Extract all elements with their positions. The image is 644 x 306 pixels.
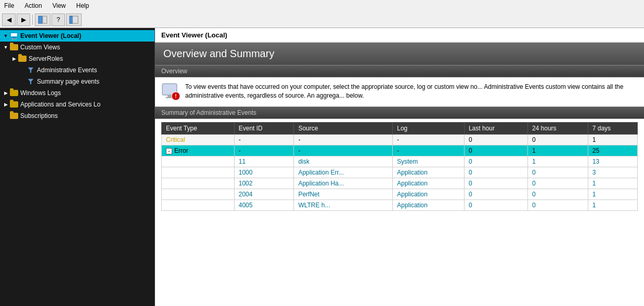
folder-icon-custom-views [9,43,19,51]
svg-rect-11 [163,85,176,93]
cell-id: - [234,145,294,156]
cell-last_hour: 0 [464,167,527,178]
svg-rect-7 [11,38,17,39]
table-row[interactable]: −Error---0125 [162,145,638,156]
root-label: Event Viewer (Local) [20,32,81,39]
summary-events-label: Summary page events [37,78,99,85]
menu-file[interactable]: File [2,1,16,10]
sidebar-item-admin-events[interactable]: Administrative Events [0,64,154,76]
help-button[interactable]: ? [51,14,65,26]
cell-hours_24: 0 [527,167,588,178]
content-title-bar: Overview and Summary [155,43,644,65]
col-last-hour: Last hour [464,123,527,135]
properties-button[interactable] [66,14,82,26]
sidebar-item-server-roles[interactable]: ▶ ServerRoles [0,53,154,64]
menu-view[interactable]: View [50,1,68,10]
svg-rect-5 [11,33,17,36]
menu-help[interactable]: Help [74,1,92,10]
cell-source: disk [294,156,393,167]
summary-label: Summary of Administrative Events [161,109,256,116]
overview-icon-container: ! [161,83,180,101]
cell-event-type [162,167,235,178]
content-header-label: Event Viewer (Local) [161,31,227,39]
sidebar-item-subscriptions[interactable]: Subscriptions [0,110,154,122]
filter-icon-admin-events [26,66,35,74]
cell-last_hour: 0 [464,200,527,211]
cell-days_7: 3 [588,167,637,178]
cell-last_hour: 0 [464,189,527,200]
sidebar-item-app-services[interactable]: ▶ Applications and Services Lo [0,99,154,110]
cell-event-type [162,178,235,189]
svg-marker-8 [28,68,33,73]
toolbar: ◀ ▶ ? [0,11,644,28]
content-panel: Event Viewer (Local) Overview and Summar… [155,28,644,306]
table-row[interactable]: 1002Application Ha...Application001 [162,178,638,189]
subscriptions-label: Subscriptions [20,112,58,119]
back-button[interactable]: ◀ [2,14,16,26]
app-services-label: Applications and Services Lo [20,101,100,108]
cell-days_7: 1 [588,178,637,189]
windows-logs-label: Windows Logs [20,89,61,97]
arrow-app-services: ▶ [2,102,9,107]
cell-hours_24: 0 [527,200,588,211]
cell-source: - [294,135,393,145]
admin-events-label: Administrative Events [37,66,97,74]
arrow-root: ▼ [2,33,9,38]
show-hide-button[interactable] [35,14,50,26]
summary-section-header: Summary of Administrative Events [155,107,644,119]
cell-last_hour: 0 [464,145,527,156]
cell-id: 1002 [234,178,294,189]
cell-log: - [393,135,465,145]
table-row[interactable]: 11diskSystem0113 [162,156,638,167]
arrow-windows-logs: ▶ [2,90,9,96]
sidebar-item-custom-views[interactable]: ▼ Custom Views [0,42,154,53]
content-header: Event Viewer (Local) [155,28,644,43]
filter-icon-summary-events [26,77,35,86]
svg-rect-0 [38,16,42,23]
overview-text: To view events that have occurred on you… [185,83,638,100]
main-layout: ▼ Event Viewer (Local) ▼ Custom Views ▶ [0,28,644,306]
cell-event-type [162,200,235,211]
cell-source: PerfNet [294,189,393,200]
table-wrapper[interactable]: Event Type Event ID Source Log Last hour… [155,119,644,306]
sidebar-item-root[interactable]: ▼ Event Viewer (Local) [0,30,154,42]
cell-id: 4005 [234,200,294,211]
cell-log: Application [393,178,465,189]
table-row[interactable]: Critical---001 [162,135,638,145]
cell-source: Application Err... [294,167,393,178]
computer-icon [9,32,19,40]
cell-source: - [294,145,393,156]
cell-days_7: 25 [588,145,637,156]
cell-last_hour: 0 [464,135,527,145]
forward-button[interactable]: ▶ [17,14,30,26]
col-event-id: Event ID [234,123,294,135]
folder-icon-app-services [9,100,19,109]
cell-log: - [393,145,465,156]
cell-id: 1000 [234,167,294,178]
menu-action[interactable]: Action [22,1,44,10]
cell-source: WLTRE h... [294,200,393,211]
cell-source: Application Ha... [294,178,393,189]
cell-log: Application [393,200,465,211]
toolbar-separator-1 [32,15,33,25]
overview-label: Overview [161,68,187,75]
cell-hours_24: 1 [527,145,588,156]
overview-section-header: Overview [155,65,644,77]
arrow-server-roles: ▶ [10,56,18,61]
sidebar-item-summary-events[interactable]: Summary page events [0,76,154,87]
cell-days_7: 1 [588,200,637,211]
table-row[interactable]: 4005WLTRE h...Application001 [162,200,638,211]
sidebar-item-windows-logs[interactable]: ▶ Windows Logs [0,87,154,99]
folder-icon-windows-logs [9,89,19,97]
table-row[interactable]: 1000Application Err...Application003 [162,167,638,178]
col-7days: 7 days [588,123,637,135]
events-table: Event Type Event ID Source Log Last hour… [161,122,638,211]
cell-hours_24: 1 [527,156,588,167]
col-log: Log [393,123,465,135]
svg-text:!: ! [175,94,176,99]
arrow-custom-views: ▼ [2,45,9,50]
folder-icon-subscriptions [9,112,19,120]
menu-bar: File Action View Help [0,0,644,11]
cell-last_hour: 0 [464,178,527,189]
table-row[interactable]: 2004PerfNetApplication001 [162,189,638,200]
